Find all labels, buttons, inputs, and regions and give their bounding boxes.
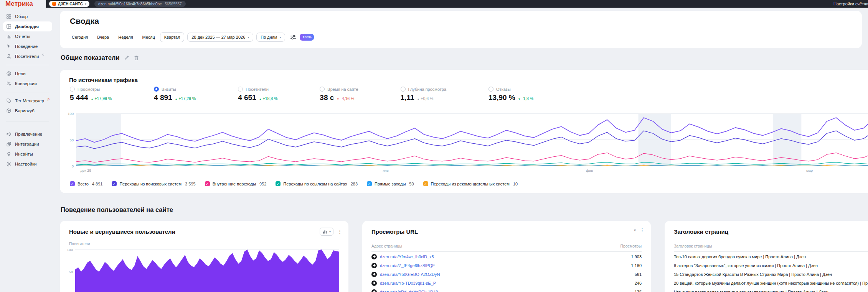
legend-color-checkbox: ✓ [276,181,281,186]
metric-delta: ▼ -4,16 % [337,96,354,101]
legend-item[interactable]: ✓Прямые заходы50 [367,181,414,186]
metric-option[interactable]: Просмотры5 444▲ +17,99 % [70,87,112,102]
sidebar-item-settings[interactable]: Настройки [3,159,52,169]
url-link[interactable]: dzen.ru/a/aRd_dqYeRCk-1D49 [380,290,632,292]
x-axis-label: янв [383,168,388,172]
views-value: 1 180 [631,263,642,268]
counter-settings-link[interactable]: Настройки счётчика [833,2,868,6]
goals-icon [6,71,12,76]
y-axis-label: 0 [62,164,74,168]
settings-icon [6,161,12,167]
date-preset-button[interactable]: Вчера [93,32,113,42]
traffic-sources-card: По источникам трафика Просмотры5 444▲ +1… [60,70,868,193]
chevron-down-icon[interactable]: ▾ [634,228,636,232]
legend-label: Внутренние переходы [213,182,256,186]
legend-item[interactable]: ✓Переходы из рекомендательных систем10 [423,181,518,186]
radio-icon [401,87,406,92]
radio-icon [488,87,493,92]
legend-label: Прямые заходы [375,182,406,186]
page-title-text[interactable]: Что линия роста волос говорит о вашем пр… [674,290,828,292]
section-behavior-head: Поведение пользователей на сайте [61,206,173,213]
sidebar-item-goals[interactable]: Цели [3,69,52,79]
page-title-text[interactable]: 8 актеров "Зачарованных", которые ушли и… [674,263,818,268]
url-link[interactable]: dzen.ru/a/Yb0GiEBO-A2OZDyN [380,272,632,277]
legend-label: Переходы по ссылкам на сайтах [283,182,347,186]
card-title: Новые и вернувшиеся пользователи [69,228,175,235]
sidebar-item-behavior[interactable]: Поведение [3,41,52,51]
metric-value-row: 4 651▲ +18,8 % [238,94,277,102]
url-link[interactable]: dzen.ru/a/Yfm4wr_lh0clD_x5 [380,254,628,259]
page-title-text[interactable]: 20 вещей, которые мужчины делают лучше ж… [674,281,868,285]
summary-header-card: Сводка СегодняВчераНеделяМесяцКвартал 28… [60,11,862,48]
metrica-logo[interactable]: Метрика [5,0,33,8]
trash-icon[interactable] [134,55,139,61]
section-overall-head: Общие показатели [61,54,139,61]
metric-delta: ▼ -1,8 % [518,96,533,101]
table-row: 15 Стандартов Женской Красоты В Разных С… [674,270,868,279]
kebab-menu-icon[interactable]: ⋮ [640,228,645,233]
sidebar-item-label: Дашборды [15,24,39,29]
sidebar-item-integrations[interactable]: Интеграции [3,139,52,149]
legend-item[interactable]: ✓Внутренние переходы952 [205,181,267,186]
chart-type-select[interactable]: ▾ [320,228,333,236]
sidebar-item-reports[interactable]: Отчеты [3,31,52,41]
visitors-area-chart [75,249,339,292]
counter-url-text: dzen.ru/id/5f0a160c4b7d86b5bbd0bc [98,2,162,6]
metric-label: Посетители [246,87,269,92]
legend-item[interactable]: ✓Всего4 891 [70,181,102,186]
legend-item[interactable]: ✓Переходы из поисковых систем3 595 [112,181,195,186]
metric-value: 4 651 [238,94,256,102]
sidebar-item-overview[interactable]: Обзор [3,11,52,21]
kebab-menu-icon[interactable]: ⋮ [337,229,342,234]
url-link[interactable]: dzen.ru/a/Yb-TDx39qk1-sE_P [380,281,632,285]
sidebar-divider [6,65,49,65]
sampling-badge[interactable]: 100% [300,34,314,41]
legend-color-checkbox: ✓ [367,181,372,186]
card-title: Просмотры URL [371,228,418,235]
edit-pencil-icon[interactable] [124,55,129,60]
sidebar-item-acquisition[interactable]: Привлечение [3,129,52,139]
sidebar-item-insights[interactable]: Инсайты [3,149,52,159]
granularity-select[interactable]: По дням ▾ [256,33,285,42]
date-range-value: 28 дек 2025 — 27 мар 2026 [191,35,245,39]
arrow-up-icon: ▲ [259,98,262,100]
sidebar-item-visitors[interactable]: Посетители [3,51,52,61]
legend-item[interactable]: ✓Переходы по ссылкам на сайтах283 [276,181,358,186]
metric-value: 38 с [320,94,334,102]
arrow-up-icon: ▲ [417,98,420,100]
date-preset-button[interactable]: Месяц [138,32,159,42]
sidebar-item-label: Цели [15,71,26,76]
dzen-favicon-icon [371,263,377,268]
sidebar-item-dashboards[interactable]: Дашборды [3,21,52,31]
arrow-up-icon: ▲ [91,98,94,100]
counter-url-field[interactable]: dzen.ru/id/5f0a160c4b7d86b5bbd0bc 565655… [94,1,186,7]
chart-legend: ✓Всего4 891✓Переходы из поисковых систем… [70,181,518,186]
metric-option[interactable]: Посетители4 651▲ +18,8 % [238,87,277,102]
url-link[interactable]: dzen.ru/a/Z_fE4ge6lhzSlPQF [380,263,628,268]
date-preset-button[interactable]: Неделя [114,32,137,42]
sampling-sliders-icon[interactable] [290,34,297,41]
acquisition-icon [6,131,12,137]
sidebar-item-variocube[interactable]: Вариокуб [3,106,52,116]
date-preset-button[interactable]: Сегодня [68,32,92,42]
chevron-down-icon: ▾ [279,36,281,39]
counter-selector[interactable]: ДЗЕН САЙТС ▾ [49,1,89,7]
metric-label: Время на сайте [327,87,358,92]
sidebar-item-conversions[interactable]: Конверсии [3,79,52,89]
sidebar-item-tag-manager[interactable]: Тег Менеджерβ [3,96,52,106]
table-header: Адрес страницы Просмотры [371,244,642,252]
legend-label: Переходы из рекомендательных систем [431,182,510,186]
metric-option[interactable]: Отказы13,90 %▼ -1,8 % [488,87,533,102]
sidebar: ОбзорДашбордыОтчетыПоведениеПосетителиЦе… [0,8,55,292]
metric-option[interactable]: Глубина просмотра1,11▲ +0,6 % [401,87,446,102]
metric-label: Отказы [496,87,511,92]
page-title-text[interactable]: Топ-10 самых дорогих брендов сумок в мир… [674,254,806,259]
page-title-text[interactable]: 15 Стандартов Женской Красоты В Разных С… [674,272,832,277]
metric-option[interactable]: Время на сайте38 с▼ -4,16 % [320,87,358,102]
traffic-chart-plot [76,113,868,166]
legend-color-checkbox: ✓ [423,181,428,186]
metric-label-row: Отказы [488,87,533,92]
date-preset-button[interactable]: Квартал [160,32,185,42]
date-range-picker[interactable]: 28 дек 2025 — 27 мар 2026 ▾ [187,33,253,42]
metric-option[interactable]: Визиты4 891▲ +17,29 % [154,87,196,102]
